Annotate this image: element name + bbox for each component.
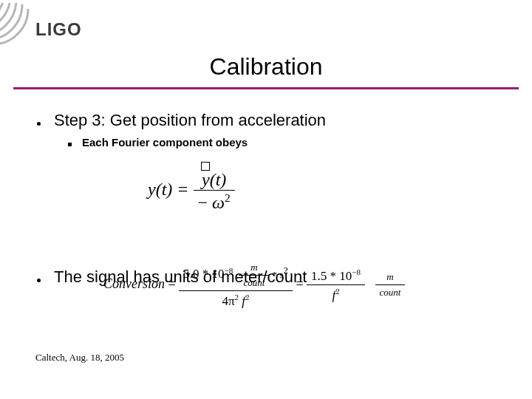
f2-4pi: 4π [222, 294, 234, 308]
f1-lhs: y(t) = [148, 180, 189, 199]
bullet-icon [37, 279, 41, 282]
sub-bullet-icon [68, 143, 72, 146]
f1-omega: ω [212, 193, 225, 212]
bullet-1-text: Step 3: Get position from acceleration [54, 111, 326, 130]
f2-e2: −8 [352, 267, 361, 276]
formula-1: y(t) = y(t) − ω2 [37, 149, 510, 215]
f2-u-count: count [239, 276, 269, 289]
f2-f2-exp: 2 [335, 287, 340, 296]
f2-frac1: 5.0 * 10−8 m count * s2 4π2 f2 [179, 262, 293, 309]
ligo-logo: LIGO [0, 6, 100, 44]
f2-e1: −8 [224, 266, 233, 275]
f2-eq1: = [168, 276, 180, 291]
sub-bullet-1: Each Fourier component obeys [68, 136, 510, 149]
slide-content: Step 3: Get position from acceleration E… [37, 111, 510, 215]
f2-unit-count: count [375, 285, 406, 299]
f2-s-exp: 2 [283, 265, 288, 276]
f2-unit: m count [375, 271, 406, 299]
f2-n2: 1.5 * 10 [311, 268, 352, 282]
slide-footer: Caltech, Aug. 18, 2005 [35, 352, 124, 364]
title-divider [13, 87, 519, 89]
f2-frac2: 1.5 * 10−8 f2 [307, 267, 365, 303]
bullet-icon [37, 122, 41, 126]
f1-ydd: y [202, 171, 210, 188]
logo-arcs-icon [0, 3, 31, 47]
f2-f-exp: 2 [245, 293, 250, 301]
slide-title: Calibration [0, 53, 532, 81]
bullet-1: Step 3: Get position from acceleration E… [37, 111, 510, 215]
logo-text: LIGO [35, 19, 82, 40]
f2-unit-m: m [375, 271, 406, 285]
f1-arg: (t) [210, 170, 227, 189]
f1-minus: − [198, 193, 208, 212]
f2-n1: 5.0 * 10 [183, 267, 224, 281]
f2-u-m: m [239, 262, 269, 276]
bullet-2: The signal has units of meter/count Conv… [37, 267, 307, 291]
slide-header: LIGO Calibration [0, 0, 532, 96]
formula-2: Conversion = 5.0 * 10−8 m count * s2 4π2… [103, 262, 405, 309]
f2-f: f [239, 294, 245, 308]
f2-conv: Conversion [103, 276, 165, 291]
sub-bullet-1-text: Each Fourier component obeys [82, 136, 248, 149]
f2-star-s: * s [273, 269, 284, 280]
f1-exp: 2 [225, 191, 231, 204]
f2-eq2: = [296, 276, 307, 291]
